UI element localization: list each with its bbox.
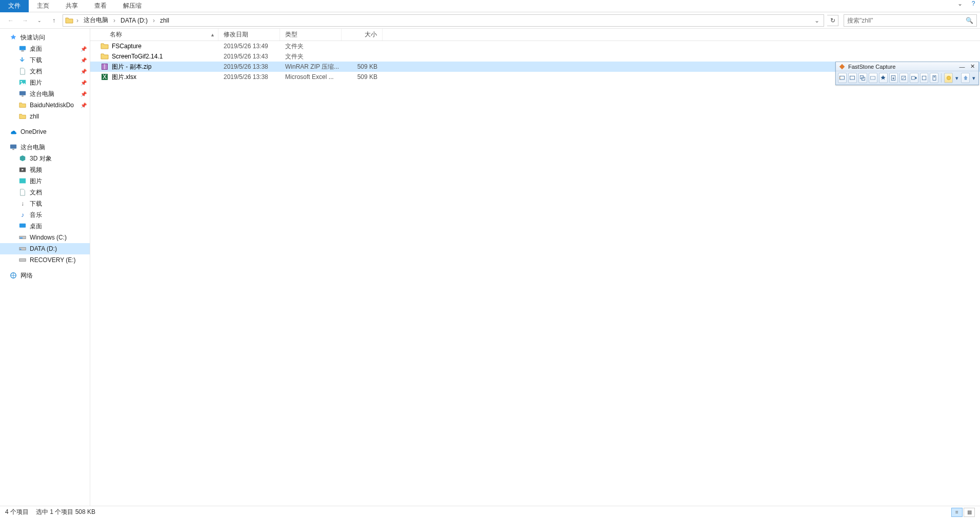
search-box[interactable]: 🔍 — [844, 14, 977, 27]
sidebar-item-downloads[interactable]: 下载📌 — [0, 54, 90, 66]
chevron-right-icon[interactable]: › — [152, 17, 156, 24]
onedrive-icon — [9, 128, 17, 136]
ribbon-tab-share[interactable]: 共享 — [57, 0, 86, 12]
sidebar-item-thispc-quick[interactable]: 这台电脑📌 — [0, 88, 90, 99]
capture-scroll-button[interactable] — [889, 73, 898, 83]
svg-rect-33 — [964, 78, 967, 80]
file-row[interactable]: ScreenToGif2.14.1 2019/5/26 13:43 文件夹 — [90, 51, 980, 62]
recent-dropdown-icon[interactable]: ⌄ — [34, 15, 45, 26]
sidebar-label: 文档 — [30, 67, 42, 76]
sidebar-item-pictures2[interactable]: 图片 — [0, 175, 90, 187]
minimize-button[interactable]: — — [958, 63, 966, 70]
delay-button[interactable] — [920, 73, 929, 83]
ribbon-expand-icon[interactable]: ⌄ — [953, 0, 967, 7]
sidebar-label: 桌面 — [30, 222, 42, 231]
sidebar-label: zhll — [30, 113, 39, 120]
faststone-window[interactable]: FastStone Capture — ✕ ▾ ▾ — [835, 62, 979, 85]
capture-rect-button[interactable] — [858, 73, 867, 83]
up-button[interactable]: ↑ — [48, 15, 59, 26]
sidebar-item-baidu[interactable]: BaiduNetdiskDo📌 — [0, 99, 90, 111]
back-button[interactable]: ← — [5, 15, 16, 26]
refresh-button[interactable]: ↻ — [827, 15, 838, 26]
svg-rect-12 — [20, 237, 23, 238]
sidebar-item-videos[interactable]: 视频 — [0, 164, 90, 175]
file-date: 2019/5/26 13:38 — [218, 73, 280, 81]
help-icon[interactable]: ? — [967, 0, 980, 7]
sidebar-item-drive-c[interactable]: Windows (C:) — [0, 232, 90, 243]
settings-button[interactable] — [944, 73, 953, 83]
close-button[interactable]: ✕ — [968, 63, 976, 70]
column-date[interactable]: 修改日期 — [218, 29, 280, 41]
sidebar-item-downloads2[interactable]: ↓下载 — [0, 198, 90, 209]
download-icon: ↓ — [18, 200, 27, 208]
sidebar-label: DATA (D:) — [30, 245, 57, 252]
desktop-icon — [18, 222, 27, 230]
sidebar-item-pictures[interactable]: 图片📌 — [0, 77, 90, 88]
sidebar-item-desktop[interactable]: 桌面📌 — [0, 43, 90, 54]
sidebar-onedrive[interactable]: OneDrive — [0, 126, 90, 137]
ribbon-tab-home[interactable]: 主页 — [29, 0, 57, 12]
sidebar-label: Windows (C:) — [30, 234, 67, 241]
output-button[interactable] — [930, 73, 938, 83]
sidebar-item-documents2[interactable]: 文档 — [0, 187, 90, 198]
settings-dropdown-icon[interactable]: ▾ — [954, 73, 959, 83]
file-date: 2019/5/26 13:49 — [218, 43, 280, 50]
sidebar-thispc[interactable]: 这台电脑 — [0, 142, 90, 153]
desktop-icon — [18, 45, 27, 53]
sidebar-item-zhll[interactable]: zhll — [0, 111, 90, 122]
chevron-right-icon[interactable]: › — [112, 17, 116, 24]
capture-fixed-button[interactable] — [899, 73, 908, 83]
status-item-count: 4 个项目 — [5, 508, 29, 516]
file-date: 2019/5/26 13:43 — [218, 53, 280, 60]
capture-freehand-button[interactable] — [869, 73, 877, 83]
drive-icon — [18, 256, 27, 264]
sidebar-item-3d[interactable]: 3D 对象 — [0, 153, 90, 164]
sidebar-label: 快速访问 — [21, 33, 45, 42]
sidebar-network[interactable]: 网络 — [0, 270, 90, 281]
chevron-right-icon[interactable]: › — [75, 17, 79, 24]
column-name[interactable]: 名称▲ — [90, 29, 218, 41]
capture-window-button[interactable] — [848, 73, 857, 83]
address-dropdown-icon[interactable]: ⌄ — [812, 17, 822, 24]
svg-rect-31 — [933, 76, 935, 77]
file-date: 2019/5/26 13:38 — [218, 63, 280, 70]
faststone-titlebar[interactable]: FastStone Capture — ✕ — [836, 62, 978, 71]
column-size[interactable]: 大小 — [342, 29, 383, 41]
ribbon-tab-view[interactable]: 查看 — [86, 0, 115, 12]
svg-rect-4 — [19, 91, 26, 95]
sidebar-item-documents[interactable]: 文档📌 — [0, 66, 90, 77]
sidebar-item-drive-e[interactable]: RECOVERY (E:) — [0, 254, 90, 266]
screen-recorder-button[interactable] — [910, 73, 918, 83]
drive-icon — [18, 233, 27, 242]
sidebar-item-drive-d[interactable]: DATA (D:) — [0, 243, 90, 254]
view-details-button[interactable]: ≡ — [951, 508, 963, 517]
breadcrumb-folder[interactable]: zhll — [158, 16, 171, 25]
destination-dropdown-icon[interactable]: ▾ — [971, 73, 976, 83]
forward-button[interactable]: → — [19, 15, 31, 26]
address-bar[interactable]: › 这台电脑 › DATA (D:) › zhll ⌄ — [63, 14, 824, 27]
breadcrumb-drive[interactable]: DATA (D:) — [118, 16, 150, 25]
breadcrumb-thispc[interactable]: 这台电脑 — [82, 15, 110, 25]
file-row[interactable]: FSCapture 2019/5/26 13:49 文件夹 — [90, 41, 980, 51]
address-bar-row: ← → ⌄ ↑ › 这台电脑 › DATA (D:) › zhll ⌄ ↻ 🔍 — [0, 12, 980, 29]
sidebar-label: 文档 — [30, 188, 42, 197]
capture-fullscreen-button[interactable] — [879, 73, 888, 83]
ribbon-tab-file[interactable]: 文件 — [0, 0, 29, 12]
sidebar-item-desktop2[interactable]: 桌面 — [0, 221, 90, 232]
destination-button[interactable] — [961, 73, 970, 83]
ribbon-tab-extract[interactable]: 解压缩 — [115, 0, 150, 12]
svg-rect-30 — [933, 76, 936, 81]
search-input[interactable] — [847, 17, 966, 24]
view-large-button[interactable]: ▦ — [964, 508, 975, 517]
sidebar-label: 这台电脑 — [30, 90, 54, 98]
download-icon — [18, 56, 27, 64]
svg-point-32 — [947, 76, 951, 80]
svg-point-3 — [21, 81, 22, 83]
folder-icon — [101, 52, 109, 61]
capture-active-window-button[interactable] — [838, 73, 847, 83]
column-type[interactable]: 类型 — [280, 29, 342, 41]
sidebar-item-music[interactable]: ♪音乐 — [0, 209, 90, 221]
svg-rect-10 — [19, 224, 26, 228]
sidebar-quick-access[interactable]: 快速访问 — [0, 32, 90, 43]
search-icon[interactable]: 🔍 — [966, 17, 973, 24]
